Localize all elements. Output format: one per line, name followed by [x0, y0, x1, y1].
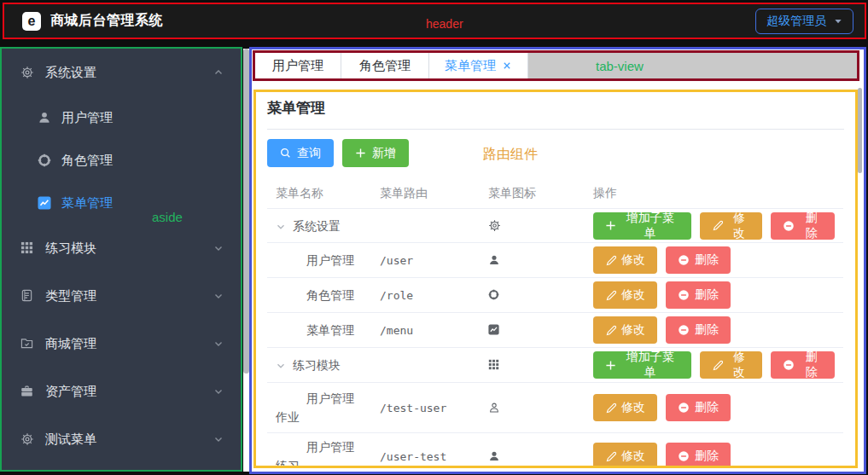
edit-label: 修改: [621, 400, 645, 415]
search-button[interactable]: 查询: [267, 139, 334, 167]
suitcase-icon: [20, 385, 34, 398]
edit-button[interactable]: 修改: [593, 443, 657, 468]
user-outline-icon: [488, 402, 502, 415]
aside-debug-label: aside: [152, 210, 183, 224]
tab-menu-management[interactable]: 菜单管理: [429, 53, 528, 78]
chevron-down-icon: [213, 339, 224, 349]
app-header: e 商城后台管理系统 header 超级管理员: [3, 3, 866, 39]
trend-chart-icon: [38, 196, 51, 210]
menu-name-cell: 用户管理作业: [267, 389, 371, 426]
tab-view: 用户管理 角色管理 菜单管理 tab-view: [253, 50, 859, 81]
app-logo-icon: e: [22, 12, 41, 31]
sidebar-subitem-label: 用户管理: [61, 110, 113, 126]
delete-button[interactable]: 删除: [666, 281, 731, 309]
remove-icon: [783, 359, 795, 371]
user-dropdown-button[interactable]: 超级管理员: [755, 9, 853, 34]
toolbar: 查询 新增: [267, 139, 844, 167]
add-child-menu-button[interactable]: 增加子菜单: [593, 351, 691, 379]
delete-button[interactable]: 删除: [771, 212, 835, 240]
delete-button[interactable]: 删除: [666, 443, 731, 468]
tab-label: 用户管理: [272, 58, 323, 74]
main-scrollbar-thumb[interactable]: [858, 88, 862, 173]
tree-expand-icon[interactable]: [276, 222, 293, 232]
add-child-label: 增加子菜单: [621, 211, 679, 241]
menu-name-cell: 系统设置: [267, 217, 371, 235]
delete-label: 删除: [695, 287, 719, 303]
tree-expand-icon[interactable]: [276, 361, 293, 371]
memo-icon: [20, 289, 34, 303]
user-filled-icon: [488, 254, 502, 268]
actions-cell: 修改 删除: [585, 316, 843, 344]
aside-scrollbar-thumb[interactable]: [243, 49, 249, 374]
grid-icon: [20, 241, 34, 255]
column-header-menu-name: 菜单名称: [267, 186, 371, 201]
menu-route-cell: /test-user: [371, 402, 480, 414]
chevron-down-icon: [213, 434, 224, 444]
add-child-label: 增加子菜单: [621, 350, 679, 380]
sidebar-item-label: 系统设置: [45, 65, 96, 81]
close-icon[interactable]: [502, 61, 512, 71]
plus-icon: [355, 148, 366, 159]
edit-button[interactable]: 修改: [700, 212, 763, 240]
tab-user-management[interactable]: 用户管理: [255, 53, 341, 78]
menu-route-cell: /menu: [371, 324, 480, 337]
user-dropdown-label: 超级管理员: [766, 14, 826, 29]
edit-button[interactable]: 修改: [593, 281, 657, 309]
delete-button[interactable]: 删除: [666, 316, 731, 344]
tab-label: 菜单管理: [445, 58, 496, 74]
menu-icon-cell: [480, 322, 585, 337]
sidebar-subitem-label: 角色管理: [61, 153, 113, 169]
sidebar-item-test-menu[interactable]: 测试菜单: [2, 415, 241, 463]
delete-button[interactable]: 删除: [666, 394, 731, 421]
menu-icon-cell: [480, 287, 585, 302]
add-button[interactable]: 新增: [342, 139, 409, 167]
page-title: 菜单管理: [267, 99, 844, 118]
edit-pen-icon: [605, 451, 616, 462]
edit-button[interactable]: 修改: [700, 351, 763, 379]
delete-label: 删除: [800, 350, 823, 380]
trend-chart-icon: [488, 324, 502, 338]
sidebar-item-type-management[interactable]: 类型管理: [2, 272, 241, 320]
menu-name-cell: 角色管理: [267, 286, 371, 304]
sidebar-item-menu-management[interactable]: 菜单管理: [2, 182, 241, 224]
sidebar-item-mall-management[interactable]: 商城管理: [2, 320, 241, 368]
menu-route-cell: /role: [371, 289, 480, 302]
edit-button[interactable]: 修改: [593, 394, 657, 421]
sidebar-item-label: 测试菜单: [45, 432, 96, 448]
gear-icon: [20, 432, 34, 446]
sidebar-item-practice-module[interactable]: 练习模块: [2, 224, 241, 272]
sidebar-item-asset-management[interactable]: 资产管理: [2, 368, 241, 415]
column-header-menu-route: 菜单路由: [371, 186, 480, 201]
table-row: 用户管理作业 /test-user 修改 删除: [267, 383, 843, 433]
aside-scrollbar[interactable]: [243, 49, 249, 472]
sidebar-item-role-management[interactable]: 角色管理: [2, 139, 241, 182]
delete-button[interactable]: 删除: [771, 351, 835, 379]
table-header-row: 菜单名称 菜单路由 菜单图标 操作: [267, 178, 843, 209]
column-header-menu-icon: 菜单图标: [480, 186, 585, 201]
edit-pen-icon: [605, 255, 616, 266]
sidebar-item-label: 练习模块: [45, 240, 96, 257]
add-child-menu-button[interactable]: 增加子菜单: [593, 212, 691, 240]
sidebar-item-system-settings[interactable]: 系统设置: [2, 49, 241, 96]
menu-name: 系统设置: [293, 219, 341, 233]
edit-label: 修改: [728, 350, 751, 380]
edit-pen-icon: [712, 220, 723, 231]
tab-role-management[interactable]: 角色管理: [341, 53, 429, 78]
menu-icon-cell: [480, 218, 585, 233]
gear-icon: [488, 219, 502, 233]
edit-button[interactable]: 修改: [593, 316, 657, 344]
chevron-down-icon: [213, 291, 224, 301]
actions-cell: 修改 删除: [585, 246, 843, 274]
folder-checked-icon: [20, 337, 34, 350]
actions-cell: 修改 删除: [585, 281, 843, 309]
delete-button[interactable]: 删除: [666, 246, 731, 274]
sidebar-item-label: 资产管理: [45, 384, 96, 400]
gear-icon: [20, 66, 34, 79]
menu-icon-cell: [480, 400, 585, 414]
tab-label: 角色管理: [359, 58, 411, 74]
sidebar-item-user-management[interactable]: 用户管理: [2, 96, 241, 139]
user-filled-icon: [488, 450, 502, 464]
column-header-actions: 操作: [585, 186, 843, 201]
edit-button[interactable]: 修改: [593, 246, 657, 274]
tabview-debug-label: tab-view: [596, 59, 644, 73]
